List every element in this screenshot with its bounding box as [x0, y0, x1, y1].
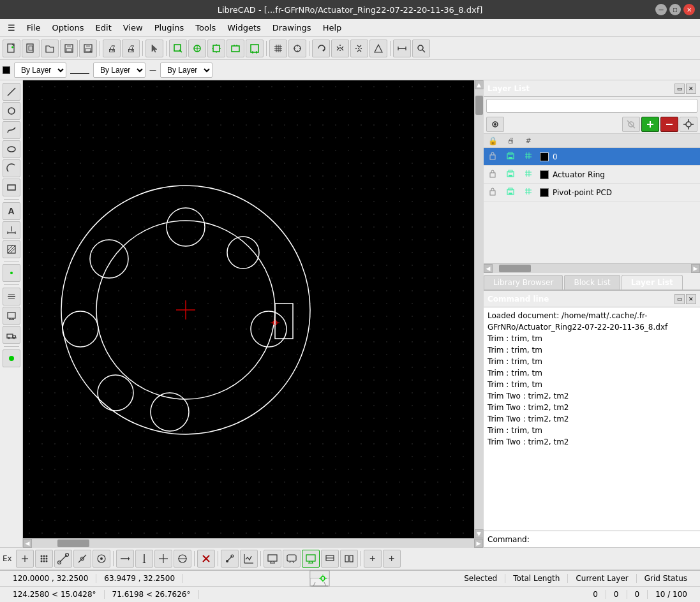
add-toolbar2-btn[interactable]: +	[383, 550, 401, 568]
tools-menu[interactable]: Tools	[190, 22, 221, 34]
hatch-tool[interactable]	[3, 240, 20, 258]
tab-block-list[interactable]: Block List	[564, 275, 620, 290]
dimension-tool[interactable]	[3, 221, 20, 239]
canvas-horizontal-scrollbar[interactable]: ◀ ▶	[23, 538, 483, 547]
restrict-vert-btn[interactable]	[135, 550, 153, 568]
search-button[interactable]	[412, 40, 430, 57]
desktop2-btn[interactable]	[283, 550, 301, 568]
scroll-thumb-vertical[interactable]	[475, 96, 483, 115]
spline-tool[interactable]	[3, 121, 20, 139]
scroll-track-vertical[interactable]	[475, 89, 484, 529]
tab-layer-list[interactable]: Layer List	[622, 275, 683, 290]
measure-button[interactable]	[393, 40, 411, 57]
hscroll-thumb[interactable]	[57, 540, 89, 547]
snap-on-entity-btn[interactable]	[174, 550, 191, 568]
layer-remove-btn[interactable]	[660, 117, 678, 132]
relative-btn[interactable]	[221, 550, 239, 568]
restrict-horiz-btn[interactable]	[116, 550, 134, 568]
layer-hscroll-left[interactable]: ◀	[484, 264, 493, 273]
view-menu[interactable]: View	[118, 22, 148, 34]
desktop3-btn[interactable]	[321, 550, 339, 568]
layer-hscroll-right[interactable]: ▶	[691, 264, 700, 273]
cmd-panel-restore-btn[interactable]: ▭	[674, 294, 685, 304]
snap-endpoint-btn[interactable]	[54, 550, 72, 568]
close-button[interactable]: ✕	[683, 4, 695, 15]
snap-midpoint-btn[interactable]	[73, 550, 91, 568]
hscroll-track[interactable]	[32, 539, 474, 548]
widgets-menu[interactable]: Widgets	[222, 22, 266, 34]
layer-panel-restore-btn[interactable]: ▭	[674, 84, 685, 94]
save-as-button[interactable]: +	[79, 40, 97, 57]
flip-button[interactable]	[350, 40, 368, 57]
layer-panel-close-btn[interactable]: ✕	[686, 84, 696, 94]
layer-row-actuator[interactable]: Actuator Ring	[484, 166, 700, 184]
options-menu[interactable]: Options	[47, 22, 89, 34]
scale-button[interactable]	[369, 40, 387, 57]
layer-search-input[interactable]	[486, 99, 697, 113]
snap-button[interactable]	[288, 40, 306, 57]
new-button[interactable]	[3, 40, 20, 57]
rotate-button[interactable]	[312, 40, 330, 57]
scroll-left-arrow[interactable]: ◀	[23, 539, 32, 548]
layer-hide-btn[interactable]	[622, 117, 640, 132]
text-tool[interactable]: A	[3, 202, 20, 220]
scroll-up-arrow[interactable]: ▲	[475, 80, 484, 89]
circle-tool[interactable]	[3, 102, 20, 120]
green-dot-tool[interactable]	[3, 349, 20, 367]
rect-tool[interactable]	[3, 179, 20, 196]
layer-show-all-btn[interactable]	[486, 117, 504, 132]
edit-menu[interactable]: Edit	[91, 22, 117, 34]
zoom-extents-button[interactable]	[207, 40, 225, 57]
cmd-panel-close-btn[interactable]: ✕	[686, 294, 696, 304]
grid-button[interactable]	[269, 40, 287, 57]
plugins-menu[interactable]: Plugins	[149, 22, 190, 34]
snap-grid-btn[interactable]	[35, 550, 53, 568]
arc-tool[interactable]	[3, 159, 20, 177]
maximize-button[interactable]: □	[669, 4, 681, 15]
zoom-pan-button[interactable]	[188, 40, 206, 57]
drawing-canvas[interactable]	[23, 80, 474, 538]
layer-row-pivot[interactable]: Pivot-point PCD	[484, 184, 700, 202]
help-menu[interactable]: Help	[318, 22, 347, 34]
zoom-in-button[interactable]	[227, 40, 244, 57]
zoom-window-button[interactable]	[169, 40, 187, 57]
new2-button[interactable]	[22, 40, 40, 57]
point-tool[interactable]	[3, 264, 20, 282]
slash-tool[interactable]	[3, 288, 20, 305]
color-dropdown[interactable]: By Layer	[14, 62, 66, 78]
print-button[interactable]: 🖨	[122, 40, 140, 57]
command-input[interactable]	[533, 533, 696, 546]
file-menu[interactable]: File	[22, 22, 46, 34]
scroll-right-arrow[interactable]: ▶	[474, 539, 483, 548]
snap-intersection-btn[interactable]	[16, 550, 34, 568]
line-tool[interactable]	[3, 83, 20, 101]
layer-panel-hscrollbar[interactable]: ◀ ▶	[484, 263, 700, 272]
desktop1-btn[interactable]	[264, 550, 281, 568]
save-button[interactable]	[60, 40, 78, 57]
color-swatch[interactable]	[3, 66, 10, 74]
layer-row-0[interactable]: 0	[484, 148, 700, 166]
delete-btn[interactable]	[197, 550, 215, 568]
truck-tool[interactable]	[3, 326, 20, 344]
tab-library-browser[interactable]: Library Browser	[484, 275, 563, 290]
app-menu-button[interactable]: ☰	[3, 22, 20, 34]
mirror-button[interactable]	[331, 40, 349, 57]
linetype-dropdown[interactable]: By Layer	[93, 62, 145, 78]
scroll-down-arrow[interactable]: ▼	[475, 529, 484, 538]
minimize-button[interactable]: ─	[655, 4, 667, 15]
zoom-out-button[interactable]	[246, 40, 264, 57]
layer-hscroll-track[interactable]	[493, 264, 691, 273]
canvas-vertical-scrollbar[interactable]: ▲ ▼	[474, 80, 483, 538]
linewidth-dropdown[interactable]: By Layer	[160, 62, 212, 78]
layer-hscroll-thumb[interactable]	[499, 265, 531, 272]
open-button[interactable]	[41, 40, 59, 57]
desktop4-btn[interactable]	[340, 550, 358, 568]
ellipse-tool[interactable]	[3, 140, 20, 158]
layer-add-btn[interactable]	[641, 117, 659, 132]
print-preview-button[interactable]: 🖨	[103, 40, 121, 57]
coords-btn[interactable]	[240, 550, 258, 568]
add-toolbar-btn[interactable]: +	[364, 550, 382, 568]
layer-options-btn[interactable]	[680, 117, 697, 132]
desktop-green-btn[interactable]	[302, 550, 320, 568]
pointer-button[interactable]	[145, 40, 163, 57]
